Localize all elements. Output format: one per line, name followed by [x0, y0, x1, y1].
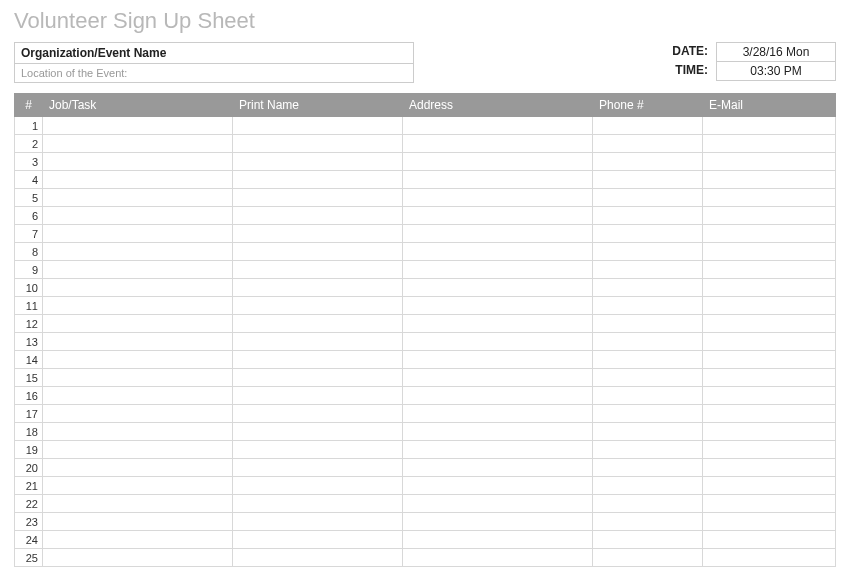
cell-name[interactable] [233, 513, 403, 531]
cell-email[interactable] [703, 513, 836, 531]
cell-name[interactable] [233, 495, 403, 513]
cell-address[interactable] [403, 135, 593, 153]
cell-job[interactable] [43, 261, 233, 279]
cell-job[interactable] [43, 297, 233, 315]
cell-phone[interactable] [593, 405, 703, 423]
cell-job[interactable] [43, 279, 233, 297]
cell-name[interactable] [233, 351, 403, 369]
cell-phone[interactable] [593, 135, 703, 153]
cell-email[interactable] [703, 225, 836, 243]
cell-phone[interactable] [593, 549, 703, 567]
cell-email[interactable] [703, 549, 836, 567]
cell-phone[interactable] [593, 351, 703, 369]
cell-name[interactable] [233, 171, 403, 189]
cell-job[interactable] [43, 189, 233, 207]
cell-email[interactable] [703, 243, 836, 261]
cell-phone[interactable] [593, 189, 703, 207]
cell-name[interactable] [233, 477, 403, 495]
cell-address[interactable] [403, 315, 593, 333]
cell-name[interactable] [233, 297, 403, 315]
cell-email[interactable] [703, 279, 836, 297]
cell-phone[interactable] [593, 279, 703, 297]
cell-name[interactable] [233, 423, 403, 441]
cell-name[interactable] [233, 531, 403, 549]
cell-name[interactable] [233, 549, 403, 567]
cell-email[interactable] [703, 495, 836, 513]
cell-job[interactable] [43, 153, 233, 171]
cell-email[interactable] [703, 189, 836, 207]
cell-name[interactable] [233, 261, 403, 279]
cell-name[interactable] [233, 135, 403, 153]
cell-job[interactable] [43, 225, 233, 243]
cell-address[interactable] [403, 225, 593, 243]
cell-job[interactable] [43, 549, 233, 567]
cell-email[interactable] [703, 207, 836, 225]
cell-job[interactable] [43, 117, 233, 135]
cell-phone[interactable] [593, 297, 703, 315]
cell-address[interactable] [403, 459, 593, 477]
cell-phone[interactable] [593, 477, 703, 495]
cell-phone[interactable] [593, 423, 703, 441]
cell-phone[interactable] [593, 225, 703, 243]
cell-job[interactable] [43, 405, 233, 423]
cell-name[interactable] [233, 189, 403, 207]
cell-address[interactable] [403, 189, 593, 207]
cell-name[interactable] [233, 243, 403, 261]
cell-email[interactable] [703, 117, 836, 135]
cell-phone[interactable] [593, 513, 703, 531]
cell-address[interactable] [403, 171, 593, 189]
cell-name[interactable] [233, 333, 403, 351]
cell-name[interactable] [233, 207, 403, 225]
cell-address[interactable] [403, 333, 593, 351]
cell-address[interactable] [403, 387, 593, 405]
cell-email[interactable] [703, 333, 836, 351]
cell-job[interactable] [43, 423, 233, 441]
cell-phone[interactable] [593, 333, 703, 351]
cell-name[interactable] [233, 369, 403, 387]
cell-email[interactable] [703, 153, 836, 171]
organization-name-field[interactable]: Organization/Event Name [15, 43, 413, 64]
cell-job[interactable] [43, 513, 233, 531]
cell-address[interactable] [403, 153, 593, 171]
cell-phone[interactable] [593, 531, 703, 549]
cell-phone[interactable] [593, 459, 703, 477]
cell-email[interactable] [703, 405, 836, 423]
cell-email[interactable] [703, 441, 836, 459]
time-value[interactable]: 03:30 PM [716, 61, 836, 81]
cell-phone[interactable] [593, 315, 703, 333]
cell-address[interactable] [403, 531, 593, 549]
cell-name[interactable] [233, 441, 403, 459]
cell-job[interactable] [43, 459, 233, 477]
cell-email[interactable] [703, 477, 836, 495]
date-value[interactable]: 3/28/16 Mon [716, 42, 836, 61]
cell-phone[interactable] [593, 171, 703, 189]
cell-address[interactable] [403, 279, 593, 297]
cell-name[interactable] [233, 225, 403, 243]
cell-job[interactable] [43, 171, 233, 189]
cell-address[interactable] [403, 117, 593, 135]
cell-address[interactable] [403, 297, 593, 315]
cell-job[interactable] [43, 441, 233, 459]
cell-email[interactable] [703, 387, 836, 405]
cell-email[interactable] [703, 261, 836, 279]
cell-name[interactable] [233, 459, 403, 477]
cell-job[interactable] [43, 387, 233, 405]
cell-job[interactable] [43, 207, 233, 225]
cell-phone[interactable] [593, 387, 703, 405]
cell-job[interactable] [43, 243, 233, 261]
cell-address[interactable] [403, 549, 593, 567]
cell-email[interactable] [703, 459, 836, 477]
cell-address[interactable] [403, 495, 593, 513]
cell-address[interactable] [403, 243, 593, 261]
cell-phone[interactable] [593, 495, 703, 513]
cell-address[interactable] [403, 477, 593, 495]
cell-email[interactable] [703, 351, 836, 369]
location-field[interactable]: Location of the Event: [15, 64, 413, 82]
cell-address[interactable] [403, 351, 593, 369]
cell-phone[interactable] [593, 369, 703, 387]
cell-email[interactable] [703, 171, 836, 189]
cell-address[interactable] [403, 441, 593, 459]
cell-job[interactable] [43, 135, 233, 153]
cell-email[interactable] [703, 315, 836, 333]
cell-email[interactable] [703, 297, 836, 315]
